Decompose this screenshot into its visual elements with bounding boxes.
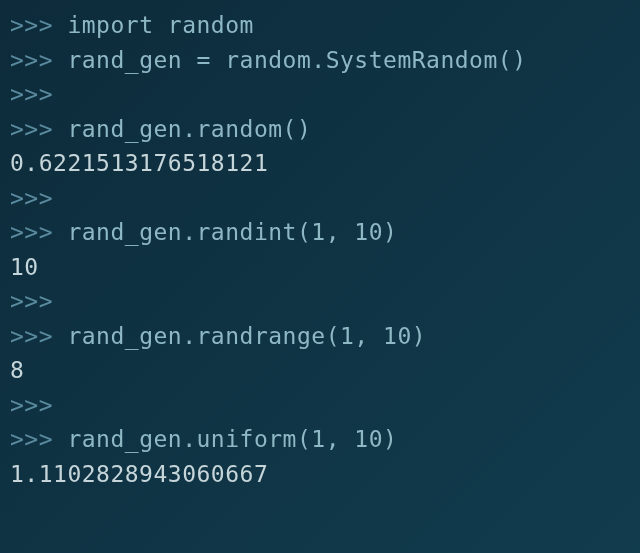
terminal-line: >>> rand_gen.randint(1, 10): [10, 215, 630, 250]
repl-prompt: >>>: [10, 426, 67, 452]
terminal-output: >>> import random>>> rand_gen = random.S…: [10, 8, 630, 491]
terminal-line: >>> rand_gen.random(): [10, 112, 630, 147]
repl-code: rand_gen.uniform(1, 10): [67, 426, 397, 452]
repl-prompt: >>>: [10, 116, 67, 142]
repl-prompt: >>>: [10, 47, 67, 73]
repl-output: 1.1102828943060667: [10, 461, 268, 487]
terminal-line: >>>: [10, 284, 630, 319]
repl-prompt: >>>: [10, 81, 53, 107]
repl-code: import random: [67, 12, 254, 38]
terminal-line: >>>: [10, 388, 630, 423]
terminal-line: 8: [10, 353, 630, 388]
repl-prompt: >>>: [10, 185, 53, 211]
repl-output: 0.6221513176518121: [10, 150, 268, 176]
terminal-line: 1.1102828943060667: [10, 457, 630, 492]
terminal-line: 0.6221513176518121: [10, 146, 630, 181]
terminal-line: >>>: [10, 77, 630, 112]
repl-prompt: >>>: [10, 12, 67, 38]
terminal-line: >>> rand_gen.randrange(1, 10): [10, 319, 630, 354]
terminal-line: >>> import random: [10, 8, 630, 43]
repl-output: 10: [10, 254, 39, 280]
repl-code: rand_gen.random(): [67, 116, 311, 142]
repl-prompt: >>>: [10, 392, 53, 418]
repl-prompt: >>>: [10, 219, 67, 245]
repl-prompt: >>>: [10, 323, 67, 349]
repl-code: rand_gen.randrange(1, 10): [67, 323, 426, 349]
repl-code: rand_gen.randint(1, 10): [67, 219, 397, 245]
terminal-line: >>> rand_gen.uniform(1, 10): [10, 422, 630, 457]
terminal-line: >>>: [10, 181, 630, 216]
repl-prompt: >>>: [10, 288, 53, 314]
terminal-line: 10: [10, 250, 630, 285]
terminal-line: >>> rand_gen = random.SystemRandom(): [10, 43, 630, 78]
repl-output: 8: [10, 357, 24, 383]
repl-code: rand_gen = random.SystemRandom(): [67, 47, 526, 73]
